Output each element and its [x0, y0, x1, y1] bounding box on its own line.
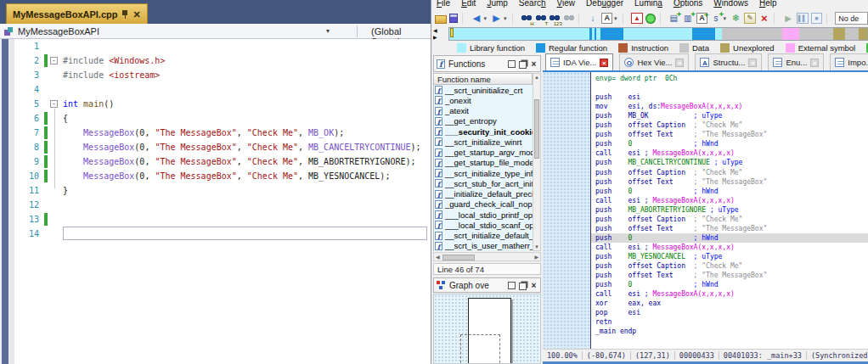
functions-panel-header[interactable]: f Functions ×: [433, 55, 541, 72]
float-window-icon[interactable]: [519, 61, 527, 69]
functions-vertical-scrollbar[interactable]: ▲ ▼: [533, 73, 541, 251]
float-window-icon[interactable]: [519, 283, 527, 290]
vs-code-line[interactable]: 9 MessageBox(0, "The MessageBox", "Check…: [0, 154, 431, 169]
function-list-item[interactable]: f__scrt_initialize_winrt: [434, 137, 533, 147]
menu-item-view[interactable]: View: [557, 0, 576, 9]
search-text-icon[interactable]: [535, 13, 547, 24]
disasm-line[interactable]: push 0 ; hWnd: [591, 280, 868, 289]
navigate-forward-dropdown-icon[interactable]: ▾: [502, 13, 508, 24]
scroll-left-icon[interactable]: ◀: [436, 254, 440, 260]
add-function-icon[interactable]: ▤+: [668, 13, 679, 24]
disasm-line[interactable]: push 0 ; hWnd: [591, 187, 868, 196]
add-data-icon[interactable]: ▥+: [682, 13, 694, 24]
disasm-line[interactable]: push offset Text ; "The MessageBox": [591, 130, 868, 139]
disasm-line[interactable]: push offset Text ; "The MessageBox": [591, 224, 868, 233]
scroll-up-icon[interactable]: ▲: [533, 75, 540, 80]
band-scroll-arrows[interactable]: ◀▶: [433, 27, 445, 42]
disasm-line[interactable]: push 0 ; hWnd: [591, 139, 868, 148]
menu-item-edit[interactable]: Edit: [461, 0, 476, 9]
menu-item-options[interactable]: Options: [674, 0, 702, 9]
tab-enu[interactable]: Enu...×: [768, 53, 824, 70]
menu-item-help[interactable]: Help: [759, 0, 777, 9]
lumina-status-icon[interactable]: [645, 14, 656, 24]
disasm-line[interactable]: push offset Caption ; "Check Me": [591, 168, 868, 177]
disasm-line[interactable]: pop esi: [591, 308, 868, 317]
vs-type-dropdown[interactable]: MyMessageBoxAPI: [18, 26, 99, 36]
tab-close-icon[interactable]: ×: [810, 59, 819, 67]
debug-pause-icon[interactable]: ▌▌: [797, 13, 809, 24]
debug-stop-icon[interactable]: ■: [811, 13, 823, 24]
search-memory-icon[interactable]: [521, 13, 533, 24]
menu-item-debugger[interactable]: Debugger: [586, 0, 623, 9]
tab-close-icon[interactable]: ×: [600, 59, 608, 67]
function-list-item[interactable]: f__get_startup_argv_mode: [434, 148, 533, 158]
disasm-line[interactable]: xor eax, eax: [591, 299, 868, 308]
debug-start-icon[interactable]: ▶: [782, 13, 794, 24]
disasm-line[interactable]: push offset Text ; "The MessageBox": [591, 177, 868, 187]
maximize-icon[interactable]: [508, 60, 516, 68]
menu-item-lumina[interactable]: Lumina: [634, 0, 662, 9]
function-list-item[interactable]: f__initialize_default_precision: [434, 189, 533, 199]
function-list-item[interactable]: f__scrt_is_user_matherr_present: [434, 241, 533, 251]
vs-document-tab[interactable]: MyMessageBoxAPI.cpp ✕: [6, 3, 148, 24]
tab-structu[interactable]: AStructu...×: [695, 53, 762, 70]
function-list-item[interactable]: f__scrt_uninitialize_crt: [434, 85, 533, 95]
close-icon[interactable]: ×: [530, 282, 538, 289]
vs-code-line[interactable]: 10 MessageBox(0, "The MessageBox", "Chec…: [0, 169, 431, 183]
fold-collapse-icon[interactable]: -: [50, 100, 58, 108]
tab-close-icon[interactable]: ×: [675, 59, 684, 67]
function-list-item[interactable]: f_atexit: [434, 106, 533, 116]
vs-code-line[interactable]: 3#include <iostream>: [0, 68, 431, 82]
scrollbar-thumb[interactable]: [534, 99, 539, 159]
function-list-item[interactable]: f__scrt_initialize_default_local_stdio_o…: [434, 231, 533, 241]
chevron-down-icon[interactable]: ▾: [326, 27, 330, 35]
flow-chart-icon[interactable]: ▲: [631, 13, 643, 24]
disasm-line[interactable]: _main endp: [591, 327, 868, 336]
graph-viewport-rect[interactable]: [460, 334, 500, 364]
search-again-icon[interactable]: [563, 13, 575, 24]
disasm-line[interactable]: push MB_OK ; uType: [591, 111, 868, 120]
scroll-right-icon[interactable]: ▶: [534, 254, 538, 260]
tab-hexvie[interactable]: OHex Vie...×: [619, 53, 689, 70]
functions-column-header[interactable]: Function name: [433, 73, 533, 85]
function-list-item[interactable]: f__get_startup_file_mode: [434, 158, 533, 168]
tab-close-icon[interactable]: ×: [748, 59, 757, 67]
vs-code-line[interactable]: 1: [0, 39, 431, 53]
fold-collapse-icon[interactable]: -: [50, 57, 58, 64]
navigation-band[interactable]: [448, 27, 868, 41]
maximize-icon[interactable]: [508, 282, 516, 289]
function-list-item[interactable]: f__scrt_initialize_type_info: [434, 168, 533, 178]
vs-code-line[interactable]: 12: [0, 198, 431, 212]
vs-code-line[interactable]: 6{: [0, 111, 431, 126]
disassembly-view[interactable]: envp= dword ptr 0Chpush esimov esi, ds:M…: [543, 72, 868, 349]
functions-horizontal-scrollbar[interactable]: ◀ ▶: [433, 252, 541, 261]
vs-code-line[interactable]: 4: [0, 82, 431, 97]
disasm-line[interactable]: push 0 ; hWnd: [591, 233, 868, 243]
vs-code-line[interactable]: 14: [0, 227, 431, 241]
disasm-line[interactable]: push MB_YESNOCANCEL ; uType: [591, 252, 868, 261]
disasm-line[interactable]: call esi ; MessageBoxA(x,x,x,x): [591, 196, 868, 205]
disasm-line[interactable]: call esi ; MessageBoxA(x,x,x,x): [591, 243, 868, 252]
vs-code-line[interactable]: 11}: [0, 183, 431, 198]
disasm-line[interactable]: push offset Text ; "The MessageBox": [591, 271, 868, 280]
disasm-line[interactable]: push offset Caption ; "Check Me": [591, 215, 868, 224]
close-icon[interactable]: ×: [530, 60, 538, 68]
open-file-icon[interactable]: [435, 15, 447, 24]
delete-icon[interactable]: ×: [758, 13, 770, 24]
vs-code-line[interactable]: 7 MessageBox(0, "The MessageBox", "Check…: [0, 126, 431, 140]
function-list-item[interactable]: f__scrt_stub_for_acrt_initialize: [434, 178, 533, 188]
search-immediate-icon[interactable]: [549, 13, 561, 24]
snowflake-icon[interactable]: ❄: [730, 13, 742, 24]
ascii-dropdown-icon[interactable]: ▾: [612, 13, 618, 24]
function-list-item[interactable]: f_guard_check_icall_nop: [434, 199, 533, 210]
disasm-line[interactable]: push MB_ABORTRETRYIGNORE ; uType: [591, 205, 868, 215]
disasm-line[interactable]: envp= dword ptr 0Ch: [591, 74, 868, 83]
disasm-line[interactable]: mov esi, ds:MessageBoxA(x,x,x,x): [591, 102, 868, 111]
navigate-forward-icon[interactable]: ▶: [491, 13, 503, 24]
add-segment-dropdown-icon[interactable]: ▾: [722, 13, 728, 24]
debugger-selector-combo[interactable]: No de: [835, 12, 868, 25]
scrollbar-thumb[interactable]: [442, 255, 475, 260]
menu-item-search[interactable]: Search: [519, 0, 546, 9]
navigate-back-icon[interactable]: ◀: [471, 13, 482, 24]
function-list-item[interactable]: f___security_init_cookie: [434, 126, 533, 137]
